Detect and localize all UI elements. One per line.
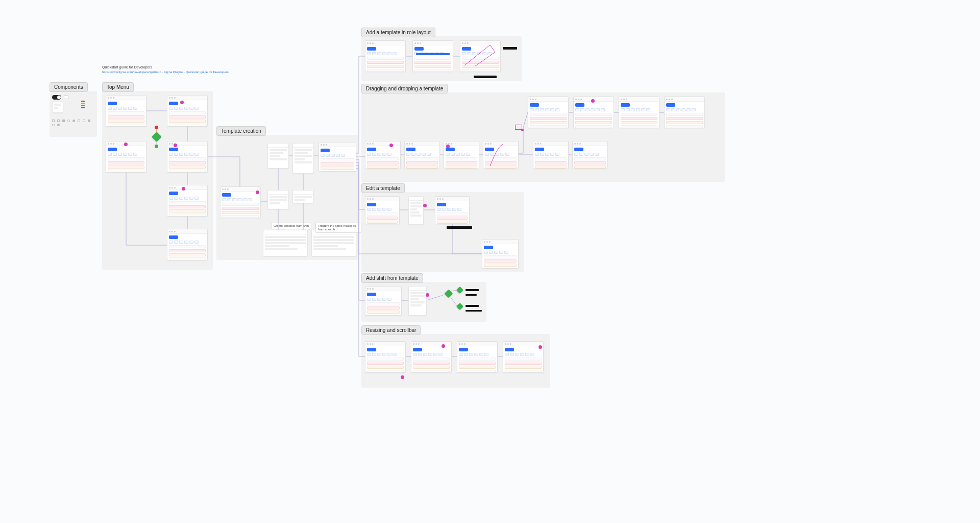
frame-edit-3[interactable] bbox=[482, 239, 519, 269]
caption-tc-1: Create template from shift bbox=[271, 223, 311, 229]
flow-node-red bbox=[155, 126, 158, 129]
frame-resize-3[interactable] bbox=[457, 341, 498, 373]
redacted-label bbox=[447, 226, 472, 229]
component-icon-row bbox=[51, 118, 94, 134]
component-toggle[interactable] bbox=[52, 95, 61, 100]
frame-role-1[interactable] bbox=[365, 40, 406, 72]
annotation-dot bbox=[423, 204, 427, 207]
group-label-components[interactable]: Components bbox=[50, 82, 88, 92]
panel-edit-1[interactable] bbox=[408, 196, 424, 225]
frame-topmenu-4[interactable] bbox=[167, 141, 208, 173]
panel-tc-modal-1[interactable] bbox=[267, 143, 289, 169]
frame-edit-2[interactable] bbox=[435, 196, 470, 224]
redacted-label bbox=[465, 305, 479, 307]
frame-topmenu-5[interactable] bbox=[167, 185, 208, 217]
annotation-dot bbox=[521, 129, 524, 131]
annotation-dot bbox=[538, 345, 542, 349]
annotation-dot bbox=[389, 144, 393, 147]
quickstart-link[interactable]: https://www.figma.com/developers/api#int… bbox=[102, 70, 229, 74]
annotation-dot bbox=[180, 101, 184, 104]
panel-tc-modal-2[interactable] bbox=[292, 143, 314, 174]
frame-topmenu-2[interactable] bbox=[167, 95, 208, 127]
redacted-label bbox=[503, 47, 517, 50]
redacted-label bbox=[465, 294, 477, 296]
frame-resize-2[interactable] bbox=[411, 341, 452, 373]
annotation-dot bbox=[256, 191, 259, 194]
annotation-dot bbox=[426, 293, 429, 297]
flow-node-green bbox=[155, 145, 158, 148]
panel-shift-1[interactable] bbox=[408, 286, 427, 316]
frame-dd-top-3[interactable] bbox=[619, 97, 659, 128]
annotation-dot bbox=[182, 187, 185, 191]
frame-tc-result[interactable] bbox=[318, 142, 356, 172]
frame-dd-2[interactable] bbox=[404, 141, 440, 169]
annotation-dot bbox=[591, 99, 595, 103]
frame-dd-5[interactable] bbox=[533, 141, 569, 169]
panel-tc-form-1[interactable] bbox=[263, 230, 308, 256]
group-label-template-creation[interactable]: Template creation bbox=[216, 126, 266, 136]
frame-resize-1[interactable] bbox=[365, 341, 406, 373]
caption-tc-2: Triggers the same modal as from scratch bbox=[315, 223, 361, 233]
frame-dd-4[interactable] bbox=[483, 141, 519, 169]
redacted-label bbox=[474, 76, 497, 78]
annotation-dot bbox=[401, 375, 404, 379]
redacted-label bbox=[465, 289, 479, 291]
panel-tc-modal-4[interactable] bbox=[292, 190, 314, 203]
frame-role-3[interactable] bbox=[460, 40, 501, 72]
panel-tc-form-2[interactable] bbox=[311, 230, 356, 256]
frame-topmenu-1[interactable] bbox=[106, 95, 146, 127]
frame-role-2[interactable] bbox=[412, 40, 453, 72]
annotation-dot bbox=[124, 142, 128, 146]
group-label-add-shift[interactable]: Add shift from template bbox=[361, 273, 423, 283]
annotation-dot bbox=[174, 144, 177, 147]
group-label-add-template-role[interactable]: Add a template in role layout bbox=[361, 28, 435, 37]
group-label-drag-drop[interactable]: Dragging and dropping a template bbox=[361, 84, 448, 93]
redacted-label bbox=[465, 310, 482, 312]
group-label-top-menu[interactable]: Top Menu bbox=[102, 82, 134, 92]
component-card[interactable] bbox=[64, 96, 68, 99]
frame-tc-1[interactable] bbox=[220, 186, 261, 218]
frame-edit-1[interactable] bbox=[365, 196, 400, 224]
frame-topmenu-6[interactable] bbox=[167, 229, 208, 260]
frame-shift-1[interactable] bbox=[365, 286, 402, 316]
frame-dd-1[interactable] bbox=[365, 141, 401, 169]
annotation-dot bbox=[446, 145, 450, 148]
frame-dd-6[interactable] bbox=[572, 141, 608, 169]
group-label-resizing[interactable]: Resizing and scrollbar bbox=[361, 325, 421, 335]
frame-dd-top-1[interactable] bbox=[528, 97, 569, 128]
frame-resize-4[interactable] bbox=[503, 341, 544, 373]
annotation-highlight-bar bbox=[416, 53, 450, 55]
quickstart-title: Quickstart guide for Developers bbox=[102, 65, 152, 69]
panel-tc-modal-3[interactable] bbox=[267, 190, 289, 209]
component-color-palette[interactable] bbox=[81, 101, 85, 108]
annotation-dot bbox=[442, 344, 445, 348]
frame-dd-top-4[interactable] bbox=[664, 97, 705, 128]
group-label-edit-template[interactable]: Edit a template bbox=[361, 183, 405, 193]
figma-canvas[interactable]: Quickstart guide for Developers https://… bbox=[0, 0, 980, 523]
component-mini-panel[interactable] bbox=[52, 102, 63, 113]
